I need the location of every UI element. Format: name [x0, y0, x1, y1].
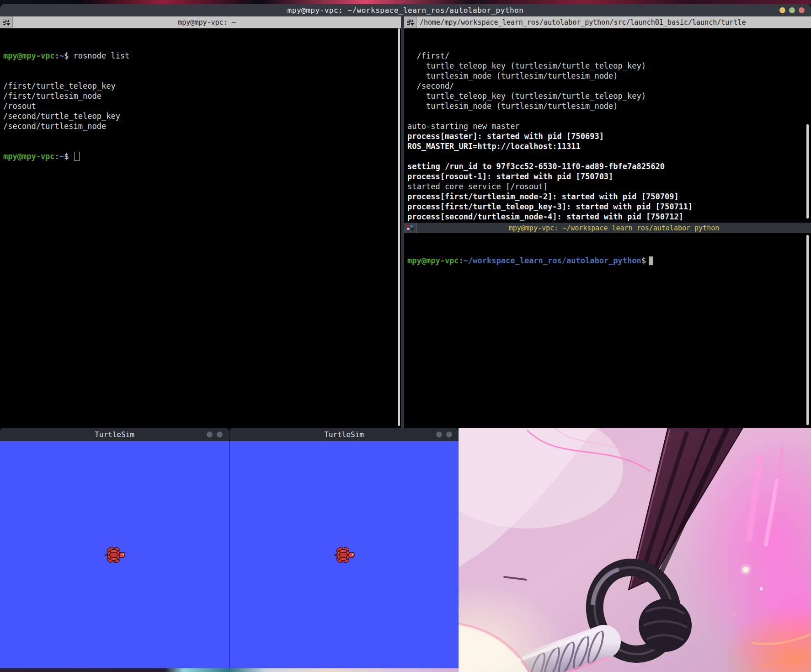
turtlesim-window-second: TurtleSim — [229, 428, 459, 668]
rosnode-list-output: /first/turtle_teleop_key/first/turtlesim… — [3, 81, 401, 131]
terminal-line: /second/turtlesim_node — [3, 121, 401, 131]
prompt-line: mpy@mpy-vpc:~$ rosnode list — [3, 51, 401, 61]
left-pane-title: mpy@mpy-vpc: ~ — [13, 16, 401, 28]
turtlesim-window-first: TurtleSim — [0, 428, 229, 668]
minimize-button[interactable] — [779, 7, 785, 13]
right-pane-title: /home/mpy/workspace_learn_ros/autolabor_… — [417, 16, 811, 28]
terminal-line: /first/turtle_teleop_key — [3, 81, 401, 91]
terminal-line: started core service [/rosout] — [407, 181, 811, 192]
pane-grid-icon — [407, 20, 414, 26]
terminal-line: setting /run_id to 97f3cc52-6530-11f0-ad… — [407, 161, 811, 171]
turtlesim-title: TurtleSim — [95, 430, 134, 439]
terminal-line: turtlesim_node (turtlesim/turtlesim_node… — [407, 101, 811, 111]
turtlesim-titlebar[interactable]: TurtleSim — [229, 428, 459, 441]
minimize-button[interactable] — [207, 432, 213, 437]
terminal-line: /rosout — [3, 101, 401, 111]
close-button[interactable] — [799, 7, 805, 13]
close-button[interactable] — [217, 432, 223, 437]
minimize-button[interactable] — [436, 432, 442, 437]
terminal-line — [407, 111, 811, 121]
terminal-line: process[first/turtle_teleop_key-3]: star… — [407, 202, 811, 212]
wallpaper-sword-art — [459, 428, 811, 672]
terminal-line — [407, 151, 811, 161]
terminal-line: /second/ — [407, 81, 811, 91]
terminator-grid-icon[interactable] — [0, 16, 13, 28]
turtle-sprite — [333, 546, 355, 564]
window-title: mpy@mpy-vpc: ~/workspace_learn_ros/autol… — [288, 6, 524, 15]
pane-grid-icon-colored — [407, 225, 414, 231]
turtle-sprite — [104, 546, 126, 564]
terminal-line: turtlesim_node (turtlesim/turtlesim_node… — [407, 71, 811, 81]
turtlesim-title: TurtleSim — [324, 430, 364, 439]
window-buttons — [779, 4, 805, 16]
terminal-line: auto-starting new master — [407, 121, 811, 131]
terminal-line: process[second/turtlesim_node-4]: starte… — [407, 212, 811, 222]
terminal-line: /second/turtle_teleop_key — [3, 111, 401, 121]
turtlesim-canvas — [229, 441, 459, 668]
desktop-wallpaper — [459, 428, 811, 672]
terminal-line: ROS_MASTER_URI=http://localhost:11311 — [407, 141, 811, 151]
prompt-line: mpy@mpy-vpc:~$ — [3, 151, 401, 161]
terminal-line: turtle_teleop_key (turtlesim/turtle_tele… — [407, 91, 811, 101]
turtlesim-canvas — [0, 441, 229, 668]
pane-grid-icon — [3, 20, 10, 26]
terminator-grid-icon-focused[interactable] — [404, 223, 417, 233]
turtlesim-window-buttons — [207, 428, 223, 441]
terminal-line: process[rosout-1]: started with pid [750… — [407, 171, 811, 181]
terminal-line: process[master]: started with pid [75069… — [407, 131, 811, 141]
terminal-line: /first/ — [407, 51, 811, 61]
terminal-line: process[first/turtlesim_node-2]: started… — [407, 192, 811, 202]
pane-separator[interactable] — [401, 16, 404, 428]
right-bottom-scrollbar[interactable] — [806, 235, 809, 425]
terminator-grid-icon[interactable] — [404, 16, 417, 28]
turtlesim-titlebar[interactable]: TurtleSim — [0, 428, 229, 441]
maximize-button[interactable] — [789, 7, 795, 13]
focused-pane-title: mpy@mpy-vpc: ~/workspace_learn_ros/autol… — [417, 223, 811, 233]
right-top-scrollbar[interactable] — [806, 124, 809, 219]
roslaunch-output: /first/ turtle_teleop_key (turtlesim/tur… — [407, 51, 811, 225]
terminal-cursor-focused — [649, 256, 653, 265]
focused-terminal[interactable]: mpy@mpy-vpc:~/workspace_learn_ros/autola… — [404, 233, 811, 430]
terminal-line: turtle_teleop_key (turtlesim/turtle_tele… — [407, 61, 811, 71]
window-titlebar[interactable]: mpy@mpy-vpc: ~/workspace_learn_ros/autol… — [0, 4, 811, 16]
left-pane-titlebar[interactable]: mpy@mpy-vpc: ~ — [0, 16, 401, 28]
command-text: rosnode list — [74, 51, 130, 60]
turtlesim-window-buttons — [436, 428, 452, 441]
focused-pane-titlebar[interactable]: mpy@mpy-vpc: ~/workspace_learn_ros/autol… — [404, 223, 811, 233]
left-terminal[interactable]: mpy@mpy-vpc:~$ rosnode list /first/turtl… — [0, 28, 401, 428]
desktop: mpy@mpy-vpc: ~/workspace_learn_ros/autol… — [0, 0, 811, 672]
right-pane-titlebar[interactable]: /home/mpy/workspace_learn_ros/autolabor_… — [404, 16, 811, 28]
wallpaper-bottom-strip — [0, 668, 459, 672]
roslaunch-terminal[interactable]: /first/ turtle_teleop_key (turtlesim/tur… — [404, 28, 811, 225]
left-scrollbar[interactable] — [398, 28, 400, 426]
terminal-line: /first/turtlesim_node — [3, 91, 401, 101]
close-button[interactable] — [446, 432, 452, 437]
prompt-line: mpy@mpy-vpc:~/workspace_learn_ros/autola… — [407, 256, 811, 266]
terminal-cursor — [74, 152, 80, 161]
